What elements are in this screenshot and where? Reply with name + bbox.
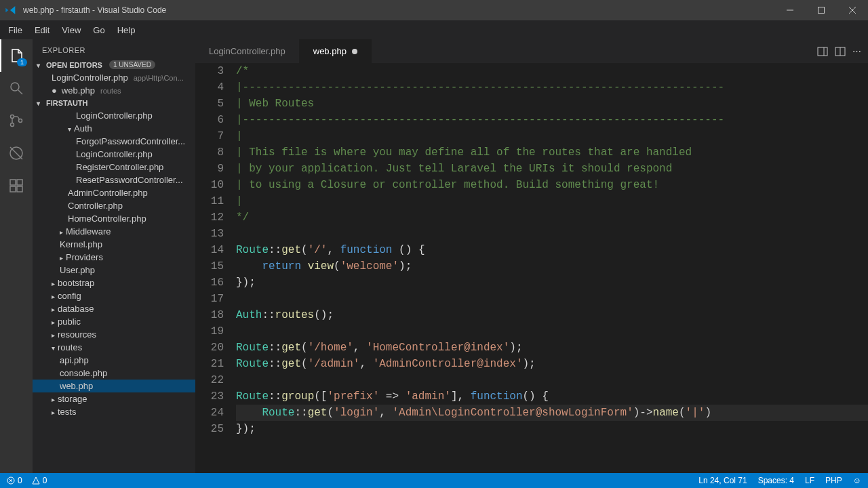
tree-item[interactable]: bootstrap [33, 277, 195, 289]
chevron-icon [68, 123, 71, 134]
tree-item[interactable]: HomeController.php [33, 212, 195, 225]
open-editors-list: LoginController.phpapp\Http\Con...●web.p… [33, 71, 195, 97]
svg-line-5 [18, 90, 22, 94]
chevron-icon [52, 342, 55, 352]
split-icon[interactable] [817, 46, 828, 57]
tree-item[interactable]: Controller.php [33, 199, 195, 212]
sidebar-title: EXPLORER [33, 39, 195, 58]
code-editor[interactable]: 345678910111213141516171819202122232425 … [195, 63, 868, 473]
chevron-down-icon [37, 99, 43, 107]
close-button[interactable] [837, 0, 868, 20]
chevron-icon [52, 304, 55, 314]
menu-help[interactable]: Help [112, 22, 141, 38]
tree-item[interactable]: Kernel.php [33, 238, 195, 251]
tree-item[interactable]: Auth [33, 122, 195, 135]
project-head[interactable]: FIRSTAUTH [33, 97, 195, 109]
status-encoding[interactable]: LF [805, 476, 814, 485]
svg-rect-12 [10, 186, 16, 192]
svg-point-7 [11, 123, 14, 127]
tree-item[interactable]: routes [33, 341, 195, 354]
tab[interactable]: web.php [300, 39, 372, 63]
status-errors[interactable]: 0 [7, 476, 22, 485]
svg-point-4 [11, 83, 19, 91]
modified-dot-icon [352, 49, 357, 54]
tree-item[interactable]: api.php [33, 354, 195, 367]
tab[interactable]: LoginController.php [195, 39, 300, 63]
open-editors-label: OPEN EDITORS [46, 61, 102, 69]
svg-point-6 [11, 115, 14, 119]
tree-item[interactable]: web.php [33, 380, 195, 392]
svg-rect-13 [17, 186, 22, 192]
warning-count: 0 [43, 476, 47, 485]
svg-rect-15 [818, 47, 827, 56]
tree-item[interactable]: LoginController.php [33, 109, 195, 122]
menu-go[interactable]: Go [87, 22, 110, 38]
status-bar: 0 0 Ln 24, Col 71 Spaces: 4 LF PHP ☺ [0, 473, 868, 488]
tree-item[interactable]: console.php [33, 367, 195, 380]
svg-rect-14 [17, 180, 22, 185]
search-icon[interactable] [0, 72, 33, 104]
open-editor-item[interactable]: ●web.phproutes [33, 84, 195, 97]
chevron-icon [52, 407, 55, 417]
chevron-down-icon [37, 61, 43, 69]
editor-area: LoginController.phpweb.php ⋯ 34567891011… [195, 39, 868, 473]
tree-item[interactable]: storage [33, 392, 195, 405]
window-title: web.php - firstauth - Visual Studio Code [20, 5, 774, 15]
line-gutter: 345678910111213141516171819202122232425 [195, 63, 236, 473]
code-content[interactable]: /*|-------------------------------------… [236, 63, 868, 473]
menu-edit[interactable]: Edit [29, 22, 55, 38]
tree-item[interactable]: RegisterController.php [33, 161, 195, 174]
status-language[interactable]: PHP [825, 476, 842, 485]
chevron-icon [60, 226, 63, 237]
tree-item[interactable]: ForgotPasswordController... [33, 135, 195, 148]
status-spaces[interactable]: Spaces: 4 [758, 476, 794, 485]
extensions-icon[interactable] [0, 169, 33, 202]
tree-item[interactable]: resources [33, 328, 195, 341]
file-tree: LoginController.php AuthForgotPasswordCo… [33, 109, 195, 473]
tree-item[interactable]: tests [33, 405, 195, 418]
maximize-button[interactable] [806, 0, 837, 20]
debug-icon[interactable] [0, 137, 33, 169]
tab-bar: LoginController.phpweb.php ⋯ [195, 39, 868, 63]
svg-rect-11 [10, 180, 16, 185]
status-warnings[interactable]: 0 [32, 476, 47, 485]
tree-item[interactable]: public [33, 315, 195, 328]
tree-item[interactable]: Middleware [33, 225, 195, 238]
tree-item[interactable]: LoginController.php [33, 148, 195, 161]
error-count: 0 [18, 476, 22, 485]
tree-item[interactable]: config [33, 289, 195, 302]
chevron-icon [52, 317, 55, 327]
more-icon[interactable]: ⋯ [852, 46, 861, 56]
tree-item[interactable]: AdminController.php [33, 186, 195, 199]
sidebar: EXPLORER OPEN EDITORS 1 UNSAVED LoginCon… [33, 39, 195, 473]
svg-point-8 [19, 119, 22, 123]
tree-item[interactable]: Providers [33, 251, 195, 264]
explorer-badge: 1 [17, 58, 27, 66]
activity-bar: 1 [0, 39, 33, 473]
layout-icon[interactable] [835, 46, 846, 57]
open-editor-item[interactable]: LoginController.phpapp\Http\Con... [33, 71, 195, 84]
chevron-icon [52, 394, 55, 404]
chevron-icon [52, 329, 55, 340]
project-name: FIRSTAUTH [46, 99, 88, 107]
tree-item[interactable]: ResetPasswordController... [33, 174, 195, 186]
svg-rect-1 [818, 7, 825, 14]
tab-actions: ⋯ [817, 39, 868, 63]
open-editors-head[interactable]: OPEN EDITORS 1 UNSAVED [33, 58, 195, 71]
chevron-icon [52, 278, 55, 288]
menu-bar: File Edit View Go Help [0, 20, 868, 39]
vscode-icon [0, 5, 20, 16]
menu-view[interactable]: View [56, 22, 86, 38]
unsaved-badge: 1 UNSAVED [109, 60, 155, 69]
status-feedback-icon[interactable]: ☺ [853, 476, 861, 485]
tree-item[interactable]: database [33, 302, 195, 315]
menu-file[interactable]: File [3, 22, 28, 38]
title-bar: web.php - firstauth - Visual Studio Code [0, 0, 868, 20]
explorer-icon[interactable]: 1 [0, 39, 33, 72]
chevron-icon [60, 252, 63, 262]
tree-item[interactable]: User.php [33, 264, 195, 277]
scm-icon[interactable] [0, 104, 33, 137]
minimize-button[interactable] [774, 0, 806, 20]
chevron-icon [52, 291, 55, 301]
status-cursor-pos[interactable]: Ln 24, Col 71 [698, 476, 747, 485]
